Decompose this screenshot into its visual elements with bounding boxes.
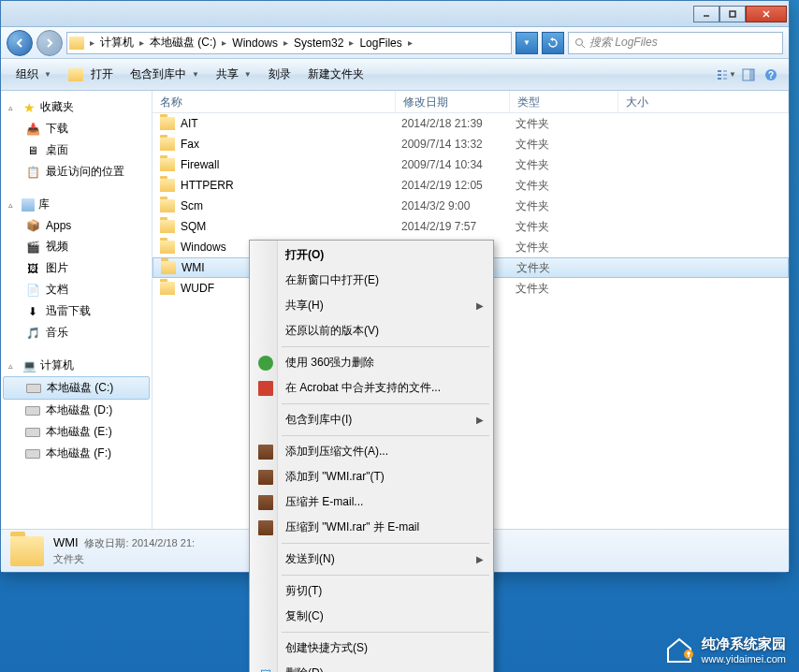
ctx-add-wmi-rar[interactable]: 添加到 "WMI.rar"(T) xyxy=(252,464,491,489)
file-date: 2014/2/19 12:05 xyxy=(401,179,516,192)
crumb-computer[interactable]: 计算机 xyxy=(96,33,138,53)
ctx-cut[interactable]: 剪切(T) xyxy=(252,578,491,604)
drive-icon xyxy=(25,406,40,416)
breadcrumb[interactable]: ▸ 计算机▸ 本地磁盘 (C:)▸ Windows▸ System32▸ Log… xyxy=(66,32,512,54)
history-dropdown[interactable]: ▼ xyxy=(516,32,538,54)
rar-icon xyxy=(258,520,273,535)
ctx-delete[interactable]: 🛡删除(D) xyxy=(252,661,491,672)
svg-rect-8 xyxy=(718,78,721,80)
burn-button[interactable]: 刻录 xyxy=(261,63,298,86)
titlebar xyxy=(1,1,789,27)
minimize-button[interactable] xyxy=(693,6,719,22)
sidebar-item-pictures[interactable]: 🖼图片 xyxy=(1,257,152,279)
open-button[interactable]: 打开 xyxy=(61,63,121,86)
drive-icon xyxy=(25,449,40,459)
crumb-logfiles[interactable]: LogFiles xyxy=(356,33,405,53)
ctx-share[interactable]: 共享(H)▶ xyxy=(252,293,491,318)
sidebar-item-downloads[interactable]: 📥下载 xyxy=(1,118,152,139)
ctx-360-delete[interactable]: 使用 360强力删除 xyxy=(252,350,491,375)
crumb-windows[interactable]: Windows xyxy=(228,33,282,53)
picture-icon: 🖼 xyxy=(25,261,40,276)
col-date[interactable]: 修改日期 xyxy=(396,91,510,112)
svg-rect-7 xyxy=(718,74,721,76)
col-name[interactable]: 名称 xyxy=(153,91,396,112)
apps-icon: 📦 xyxy=(25,218,40,233)
star-icon: ★ xyxy=(22,100,36,115)
search-input[interactable]: 搜索 LogFiles xyxy=(568,32,783,54)
file-row[interactable]: AIT2014/2/18 21:39文件夹 xyxy=(153,113,789,134)
svg-rect-1 xyxy=(730,11,735,17)
column-header: 名称 修改日期 类型 大小 xyxy=(153,91,789,113)
sidebar-item-recent[interactable]: 📋最近访问的位置 xyxy=(1,161,152,183)
file-name: Fax xyxy=(181,138,401,151)
sidebar-item-drive-e[interactable]: 本地磁盘 (E:) xyxy=(1,421,152,443)
file-date: 2014/2/19 7:57 xyxy=(401,220,516,233)
file-type: 文件夹 xyxy=(516,178,624,194)
view-button[interactable]: ▼ xyxy=(716,65,736,85)
ctx-zip-wmi-email[interactable]: 压缩到 "WMI.rar" 并 E-mail xyxy=(252,515,491,540)
help-button[interactable]: ? xyxy=(761,65,781,85)
sidebar-favorites[interactable]: ▵★收藏夹 xyxy=(1,96,152,118)
sidebar-item-drive-c[interactable]: 本地磁盘 (C:) xyxy=(3,376,150,400)
share-button[interactable]: 共享▼ xyxy=(209,63,259,86)
document-icon: 📄 xyxy=(25,283,40,298)
ctx-shortcut[interactable]: 创建快捷方式(S) xyxy=(252,635,491,661)
folder-icon xyxy=(160,158,175,171)
col-size[interactable]: 大小 xyxy=(618,91,789,112)
sidebar-item-videos[interactable]: 🎬视频 xyxy=(1,236,152,257)
organize-button[interactable]: 组织▼ xyxy=(8,63,59,86)
folder-icon xyxy=(160,199,175,212)
folder-icon xyxy=(160,220,175,233)
ctx-zip-email[interactable]: 压缩并 E-mail... xyxy=(252,489,491,515)
navbar: ▸ 计算机▸ 本地磁盘 (C:)▸ Windows▸ System32▸ Log… xyxy=(1,27,789,59)
file-row[interactable]: HTTPERR2014/2/19 12:05文件夹 xyxy=(153,175,789,196)
drive-icon xyxy=(25,428,40,437)
sidebar-item-music[interactable]: 🎵音乐 xyxy=(1,322,152,343)
sidebar-item-drive-d[interactable]: 本地磁盘 (D:) xyxy=(1,400,152,421)
file-row[interactable]: Scm2014/3/2 9:00文件夹 xyxy=(153,196,789,216)
forward-button[interactable] xyxy=(36,30,63,56)
ctx-copy[interactable]: 复制(C) xyxy=(252,604,491,629)
crumb-drive[interactable]: 本地磁盘 (C:) xyxy=(146,33,220,53)
ctx-open-new[interactable]: 在新窗口中打开(E) xyxy=(252,268,491,293)
360-icon xyxy=(258,356,273,371)
sidebar-item-desktop[interactable]: 🖥桌面 xyxy=(1,139,152,161)
ctx-include[interactable]: 包含到库中(I)▶ xyxy=(252,407,491,432)
file-type: 文件夹 xyxy=(516,157,624,173)
sidebar-libraries[interactable]: ▵库 xyxy=(1,194,152,215)
refresh-button[interactable] xyxy=(542,32,564,54)
ctx-open[interactable]: 打开(O) xyxy=(252,242,491,268)
sidebar-item-apps[interactable]: 📦Apps xyxy=(1,215,152,236)
file-date: 2014/2/18 21:39 xyxy=(401,117,516,130)
include-button[interactable]: 包含到库中▼ xyxy=(123,63,207,86)
ctx-restore[interactable]: 还原以前的版本(V) xyxy=(252,318,491,343)
ctx-acrobat[interactable]: 在 Acrobat 中合并支持的文件... xyxy=(252,375,491,401)
toolbar: 组织▼ 打开 包含到库中▼ 共享▼ 刻录 新建文件夹 ▼ ? xyxy=(1,59,789,91)
file-date: 2014/3/2 9:00 xyxy=(401,199,516,212)
sidebar-item-xunlei[interactable]: ⬇迅雷下载 xyxy=(1,300,152,322)
maximize-button[interactable] xyxy=(719,6,746,22)
back-button[interactable] xyxy=(7,30,33,56)
file-row[interactable]: Fax2009/7/14 13:32文件夹 xyxy=(153,134,789,154)
svg-line-5 xyxy=(582,45,585,48)
folder-icon xyxy=(160,117,175,130)
newfolder-button[interactable]: 新建文件夹 xyxy=(300,63,371,86)
file-type: 文件夹 xyxy=(516,219,624,235)
file-row[interactable]: SQM2014/2/19 7:57文件夹 xyxy=(153,216,789,237)
sidebar-computer[interactable]: ▵💻计算机 xyxy=(1,355,152,376)
col-type[interactable]: 类型 xyxy=(510,91,618,112)
details-name: WMI xyxy=(53,535,79,549)
computer-icon: 💻 xyxy=(22,358,36,373)
folder-icon xyxy=(10,536,44,566)
context-menu: 打开(O) 在新窗口中打开(E) 共享(H)▶ 还原以前的版本(V) 使用 36… xyxy=(249,240,494,672)
preview-button[interactable] xyxy=(738,65,759,85)
ctx-send-to[interactable]: 发送到(N)▶ xyxy=(252,547,491,572)
crumb-system32[interactable]: System32 xyxy=(290,33,347,53)
ctx-add-archive[interactable]: 添加到压缩文件(A)... xyxy=(252,439,491,464)
file-date: 2009/7/14 13:32 xyxy=(401,138,516,151)
sidebar-item-drive-f[interactable]: 本地磁盘 (F:) xyxy=(1,443,152,464)
close-button[interactable] xyxy=(746,6,787,22)
file-row[interactable]: Firewall2009/7/14 10:34文件夹 xyxy=(153,154,789,175)
sidebar-item-documents[interactable]: 📄文档 xyxy=(1,279,152,300)
watermark-url: www.yidaimei.com xyxy=(702,653,786,665)
